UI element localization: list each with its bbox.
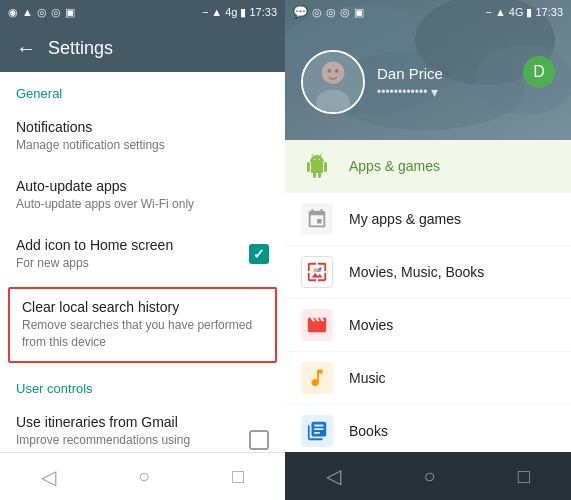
fourg-label: 4g (225, 6, 237, 18)
profile-email: •••••••••••• ▾ (377, 84, 443, 100)
apps-games-label: Apps & games (349, 158, 440, 174)
right-recent-nav[interactable]: □ (518, 465, 530, 488)
addicon-checkbox[interactable]: ✓ (249, 244, 269, 264)
notifications-title: Notifications (16, 119, 269, 135)
svg-point-9 (335, 69, 339, 73)
whatsapp-icon: 💬 (293, 5, 308, 19)
menu-item-books[interactable]: Books (285, 405, 571, 452)
right-status-icons: 💬 ◎ ◎ ◎ ▣ (293, 5, 364, 19)
left-back-nav[interactable]: ◁ (41, 465, 56, 489)
right-minus-icon: − (485, 6, 491, 18)
left-toolbar: ← Settings (0, 24, 285, 72)
my-apps-label: My apps & games (349, 211, 461, 227)
menu-item-my-apps[interactable]: My apps & games (285, 193, 571, 246)
badge-letter: D (533, 63, 545, 81)
android-icon (301, 150, 333, 182)
image-icon: ▣ (65, 6, 75, 19)
left-status-right: − ▲ 4g ▮ 17:33 (202, 6, 277, 19)
right-panel: 💬 ◎ ◎ ◎ ▣ − ▲ 4G ▮ 17:33 (285, 0, 571, 500)
right-signal-icon: ▲ (495, 6, 506, 18)
menu-item-apps-games[interactable]: Apps & games (285, 140, 571, 193)
left-recent-nav[interactable]: □ (232, 465, 244, 488)
left-home-nav[interactable]: ○ (138, 465, 150, 488)
autoupdate-sub: Auto-update apps over Wi-Fi only (16, 196, 269, 213)
movies-music-books-icon (301, 256, 333, 288)
profile-section: Dan Price •••••••••••• ▾ D (285, 24, 571, 140)
right-back-nav[interactable]: ◁ (326, 464, 341, 488)
movies-label: Movies (349, 317, 393, 333)
addicon-item[interactable]: Add icon to Home screen For new apps ✓ (0, 225, 285, 284)
notifications-sub: Manage notification settings (16, 137, 269, 154)
menu-item-movies-music-books[interactable]: Movies, Music, Books (285, 246, 571, 299)
minus-icon: − (202, 6, 208, 18)
right-time: 17:33 (535, 6, 563, 18)
right-status-right: − ▲ 4G ▮ 17:33 (485, 6, 563, 19)
battery-icon: ▮ (240, 6, 246, 19)
addicon-sub: For new apps (16, 255, 173, 272)
account-badge: D (523, 56, 555, 88)
general-section-header: General (0, 72, 285, 107)
right-4g-label: 4G (509, 6, 524, 18)
location3-icon: ◎ (51, 6, 61, 19)
autoupdate-item[interactable]: Auto-update apps Auto-update apps over W… (0, 166, 285, 225)
autoupdate-title: Auto-update apps (16, 178, 269, 194)
svg-rect-10 (313, 268, 317, 272)
svg-point-6 (322, 61, 345, 84)
left-time: 17:33 (249, 6, 277, 18)
books-icon (301, 415, 333, 447)
svg-point-8 (327, 69, 331, 73)
profile-info: Dan Price •••••••••••• ▾ (377, 65, 443, 100)
clear-history-sub: Remove searches that you have performed … (22, 317, 263, 351)
right-nav-bar: ◁ ○ □ (285, 452, 571, 500)
right-img-icon: ▣ (354, 6, 364, 19)
settings-content: General Notifications Manage notificatio… (0, 72, 285, 452)
back-button[interactable]: ← (16, 37, 36, 60)
menu-list: Apps & games My apps & games Movies, Mus… (285, 140, 571, 452)
addicon-title: Add icon to Home screen (16, 237, 173, 253)
email-text: •••••••••••• (377, 85, 427, 99)
menu-item-movies[interactable]: Movies (285, 299, 571, 352)
svg-rect-11 (317, 268, 321, 272)
dropdown-arrow-icon[interactable]: ▾ (431, 84, 438, 100)
books-label: Books (349, 423, 388, 439)
clear-history-title: Clear local search history (22, 299, 263, 315)
left-status-icons: ◉ ▲ ◎ ◎ ▣ (8, 6, 75, 19)
itineraries-title: Use itineraries from Gmail (16, 414, 237, 430)
left-nav-bar: ◁ ○ □ (0, 452, 285, 500)
notifications-item[interactable]: Notifications Manage notification settin… (0, 107, 285, 166)
settings-title: Settings (48, 38, 113, 59)
right-loc-icon: ◎ (312, 6, 322, 19)
user-controls-header: User controls (0, 367, 285, 402)
profile-name: Dan Price (377, 65, 443, 82)
my-apps-icon (301, 203, 333, 235)
music-icon (301, 362, 333, 394)
itineraries-checkbox[interactable] (249, 430, 269, 450)
right-battery-icon: ▮ (526, 6, 532, 19)
menu-item-music[interactable]: Music (285, 352, 571, 405)
itineraries-sub: Improve recommendations using itinerarie… (16, 432, 237, 452)
left-status-bar: ◉ ▲ ◎ ◎ ▣ − ▲ 4g ▮ 17:33 (0, 0, 285, 24)
movies-icon (301, 309, 333, 341)
avatar (301, 50, 365, 114)
itineraries-item[interactable]: Use itineraries from Gmail Improve recom… (0, 402, 285, 452)
wifi-icon: ▲ (22, 6, 33, 18)
clear-history-item[interactable]: Clear local search history Remove search… (8, 287, 277, 363)
left-panel: ◉ ▲ ◎ ◎ ▣ − ▲ 4g ▮ 17:33 ← Settings Gene… (0, 0, 285, 500)
signal-icon: ▲ (211, 6, 222, 18)
right-loc2-icon: ◎ (326, 6, 336, 19)
location-icon: ◉ (8, 6, 18, 19)
right-status-bar: 💬 ◎ ◎ ◎ ▣ − ▲ 4G ▮ 17:33 (285, 0, 571, 24)
right-home-nav[interactable]: ○ (423, 465, 435, 488)
right-loc3-icon: ◎ (340, 6, 350, 19)
movies-music-books-label: Movies, Music, Books (349, 264, 484, 280)
music-label: Music (349, 370, 386, 386)
location2-icon: ◎ (37, 6, 47, 19)
